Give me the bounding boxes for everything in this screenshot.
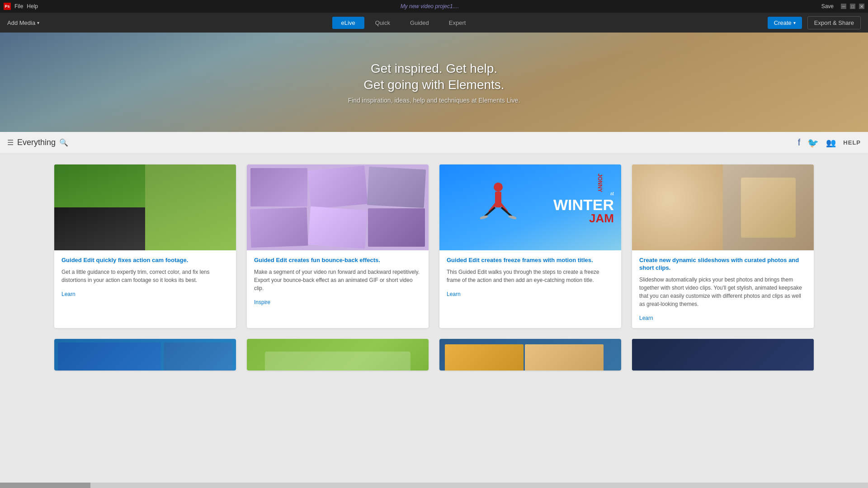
create-chevron-icon: ▾: [793, 20, 796, 25]
toolbar-right: Create ▾ Export & Share: [768, 16, 861, 29]
card-image-b2: [247, 339, 429, 371]
tab-guided[interactable]: Guided: [401, 17, 438, 29]
card-bottom-2: [247, 339, 429, 371]
twitter-icon[interactable]: 🐦: [807, 137, 819, 148]
tab-quick[interactable]: Quick: [366, 17, 399, 29]
hero-banner: Get inspired. Get help. Get going with E…: [0, 33, 868, 132]
card-title-4[interactable]: Create new dynamic slideshows with curat…: [639, 257, 807, 272]
card-desc-1: Get a little guidance to expertly trim, …: [61, 268, 229, 284]
collage-item: [368, 208, 425, 247]
community-icon[interactable]: 👥: [826, 138, 836, 148]
titlebar-right: Save ─ □ ✕: [821, 3, 864, 9]
card-bottom-3: [439, 339, 621, 371]
card-grid-top: Guided Edit quickly fixes action cam foo…: [54, 164, 814, 328]
hero-headline-2: Get going with Elements.: [363, 78, 504, 92]
toolbar-left: Add Media ▾: [7, 19, 39, 26]
file-menu[interactable]: File: [14, 3, 23, 9]
filter-label[interactable]: Everything: [17, 138, 56, 147]
tab-elive[interactable]: eLive: [332, 17, 364, 29]
save-button[interactable]: Save: [821, 3, 834, 9]
close-button[interactable]: ✕: [859, 4, 864, 9]
card-image-2: [247, 164, 429, 250]
toolbar-tabs: eLive Quick Guided Expert: [332, 17, 475, 29]
toolbar: Add Media ▾ eLive Quick Guided Expert Cr…: [0, 13, 868, 33]
card-desc-4: Slideshow automatically picks your best …: [639, 276, 807, 308]
content-area: Guided Edit quickly fixes action cam foo…: [0, 154, 868, 468]
mini-thumb: [445, 344, 524, 371]
card-image-3: at WINTER JAM JONNY: [439, 164, 621, 250]
hero-subtext: Find inspiration, ideas, help and techni…: [348, 97, 520, 104]
collage-item: [250, 168, 307, 206]
hero-headline-1: Get inspired. Get help.: [371, 61, 497, 75]
card-image-4: [632, 164, 814, 250]
hamburger-icon[interactable]: ☰: [7, 138, 14, 147]
card-desc-2: Make a segment of your video run forward…: [254, 268, 421, 292]
card-title-2[interactable]: Guided Edit creates fun bounce-back effe…: [254, 257, 421, 264]
collage-item: [308, 166, 368, 209]
help-menu[interactable]: Help: [27, 3, 38, 9]
add-media-label: Add Media: [7, 19, 35, 26]
card-bottom-4: [632, 339, 814, 371]
winter-jam-overlay: at WINTER JAM JONNY: [439, 164, 621, 250]
titlebar: Ps File Help My new video projec1.... Sa…: [0, 0, 868, 13]
card-body-1: Guided Edit quickly fixes action cam foo…: [54, 250, 236, 304]
card-body-4: Create new dynamic slideshows with curat…: [632, 250, 814, 328]
card-grid-bottom: [54, 339, 814, 371]
at-text: at: [610, 191, 614, 196]
card-action-cam: Guided Edit quickly fixes action cam foo…: [54, 164, 236, 328]
add-media-button[interactable]: Add Media ▾: [7, 19, 39, 26]
search-icon[interactable]: 🔍: [59, 138, 68, 147]
collage-item: [250, 207, 308, 248]
winter-text: WINTER: [553, 197, 614, 212]
card-image-b1: [54, 339, 236, 371]
maximize-button[interactable]: □: [850, 4, 855, 9]
create-button[interactable]: Create ▾: [768, 17, 802, 29]
card-bottom-1: [54, 339, 236, 371]
adobe-logo: Ps: [4, 3, 11, 10]
window-controls: ─ □ ✕: [841, 4, 864, 9]
export-share-button[interactable]: Export & Share: [807, 16, 861, 29]
card-action-4[interactable]: Learn: [639, 315, 653, 321]
scrollbar-thumb[interactable]: [0, 483, 90, 488]
help-label[interactable]: HELP: [843, 139, 861, 146]
card-action-2[interactable]: Inspire: [254, 299, 270, 305]
card-action-1[interactable]: Learn: [61, 291, 75, 297]
card-body-2: Guided Edit creates fun bounce-back effe…: [247, 250, 429, 312]
card-title-1[interactable]: Guided Edit quickly fixes action cam foo…: [61, 257, 229, 264]
add-media-chevron-icon: ▾: [37, 20, 39, 25]
hero-content: Get inspired. Get help. Get going with E…: [348, 61, 520, 104]
card-image-b4: [632, 339, 814, 371]
card-action-3[interactable]: Learn: [447, 291, 461, 297]
collage-item: [367, 167, 426, 208]
collage-item: [308, 206, 368, 249]
minimize-button[interactable]: ─: [841, 4, 846, 9]
horizontal-scrollbar[interactable]: [0, 483, 868, 488]
bounce-back-collage: [247, 164, 429, 250]
tab-expert[interactable]: Expert: [440, 17, 475, 29]
filter-right: f 🐦 👥 HELP: [798, 137, 861, 148]
facebook-icon[interactable]: f: [798, 137, 801, 148]
card-bounce-back: Guided Edit creates fun bounce-back effe…: [247, 164, 429, 328]
card-body-3: Guided Edit creates freeze frames with m…: [439, 250, 621, 304]
filterbar: ☰ Everything 🔍 f 🐦 👥 HELP: [0, 132, 868, 154]
titlebar-left: Ps File Help: [4, 3, 38, 10]
card-desc-3: This Guided Edit walks you through the s…: [447, 268, 614, 284]
create-label: Create: [774, 19, 792, 26]
hero-headline: Get inspired. Get help. Get going with E…: [348, 61, 520, 94]
card-image-1: [54, 164, 236, 250]
card-title-3[interactable]: Guided Edit creates freeze frames with m…: [447, 257, 614, 264]
card-image-b3: [439, 339, 621, 371]
filter-left: ☰ Everything 🔍: [7, 138, 68, 147]
project-name: My new video projec1....: [401, 3, 459, 9]
jonny-text: JONNY: [597, 174, 603, 192]
card-slideshow: Create new dynamic slideshows with curat…: [632, 164, 814, 328]
card-freeze-frame: at WINTER JAM JONNY Guided Edit creates …: [439, 164, 621, 328]
jam-text: JAM: [589, 212, 614, 224]
mini-thumb: [525, 344, 604, 371]
